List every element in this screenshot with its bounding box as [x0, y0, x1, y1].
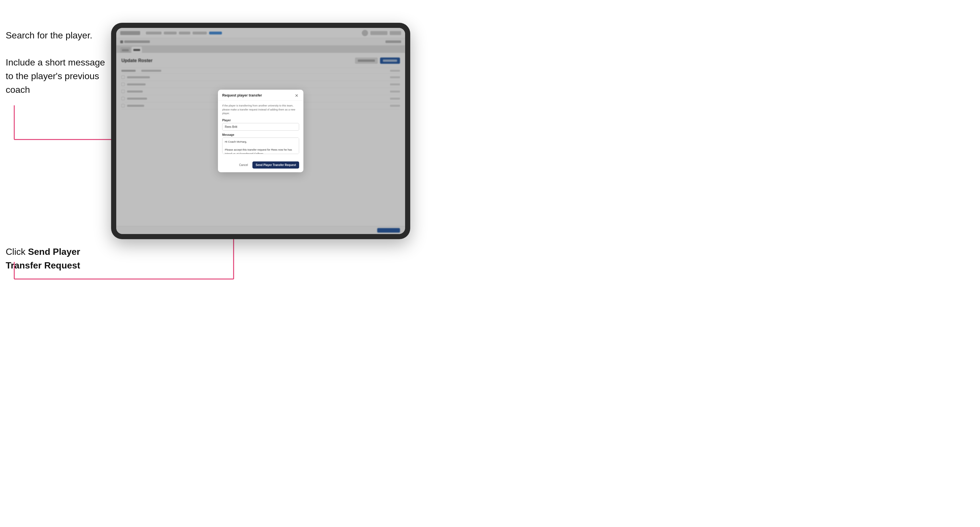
modal-overlay: Request player transfer ✕ If the player …: [116, 28, 405, 234]
message-form-group: Message Hi Coach McHarg, Please accept t…: [222, 133, 299, 155]
modal-header: Request player transfer ✕: [218, 90, 304, 101]
annotation-click: Click Send PlayerTransfer Request: [6, 245, 108, 272]
annotation-search: Search for the player.: [6, 29, 92, 42]
cancel-button[interactable]: Cancel: [237, 162, 250, 168]
player-form-group: Player: [222, 119, 299, 131]
message-textarea[interactable]: Hi Coach McHarg, Please accept this tran…: [222, 138, 299, 154]
player-input[interactable]: [222, 123, 299, 131]
modal-dialog[interactable]: Request player transfer ✕ If the player …: [218, 90, 304, 173]
annotation-message: Include a short messageto the player's p…: [6, 56, 108, 97]
modal-title: Request player transfer: [222, 94, 262, 97]
send-transfer-request-button[interactable]: Send Player Transfer Request: [252, 162, 299, 168]
modal-description: If the player is transferring from anoth…: [222, 104, 299, 116]
modal-close-button[interactable]: ✕: [294, 94, 299, 98]
modal-body: If the player is transferring from anoth…: [218, 101, 304, 159]
message-label: Message: [222, 133, 299, 137]
tablet-screen: Update Roster: [116, 28, 405, 234]
modal-footer: Cancel Send Player Transfer Request: [218, 159, 304, 172]
tablet-frame: Update Roster: [111, 23, 410, 239]
player-label: Player: [222, 119, 299, 122]
